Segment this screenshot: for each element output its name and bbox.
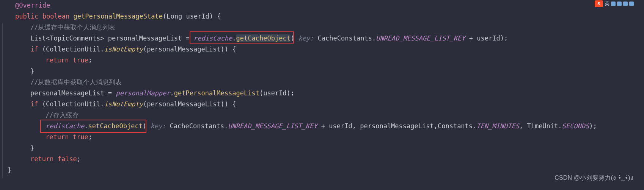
gutter [0, 0, 5, 190]
code-editor[interactable]: @Override public boolean getPersonalMess… [0, 0, 644, 190]
code-line: return false; [30, 154, 644, 165]
code-line: public boolean getPersonalMessageState(L… [15, 11, 644, 22]
ime-option-icon[interactable] [629, 2, 634, 6]
ime-option-icon[interactable] [617, 2, 622, 6]
code-line: List<TopicComments> personalMessageList … [30, 33, 644, 44]
watermark: CSDN @小刘要努力(ง •̀_•́)ง [554, 173, 633, 182]
code-line: redisCache.setCacheObject( key: CacheCon… [46, 121, 644, 132]
code-line: } [30, 66, 644, 77]
code-line: //从数据库中获取个人消息列表 [30, 77, 644, 88]
annotation: @Override [15, 2, 50, 9]
code-line: } [8, 165, 644, 176]
code-line: //从缓存中获取个人消息列表 [30, 22, 644, 33]
ime-option-icon[interactable] [623, 2, 628, 6]
code-line: } [30, 143, 644, 154]
code-line: //存入缓存 [46, 110, 644, 121]
code-line: return true; [46, 55, 644, 66]
ime-status[interactable]: 英 [605, 0, 634, 7]
code-line: if (CollectionUtil.isNotEmpty(personalMe… [30, 99, 644, 110]
code-line: return true; [46, 132, 644, 143]
code-line: personalMessageList = personalMapper.get… [30, 88, 644, 99]
ime-toolbar[interactable]: S 英 [595, 0, 644, 8]
code-line: if (CollectionUtil.isNotEmpty(personalMe… [30, 44, 644, 55]
ime-brand-icon[interactable]: S [595, 0, 603, 7]
code-line: @Override [15, 0, 644, 11]
ime-option-icon[interactable] [611, 2, 616, 6]
